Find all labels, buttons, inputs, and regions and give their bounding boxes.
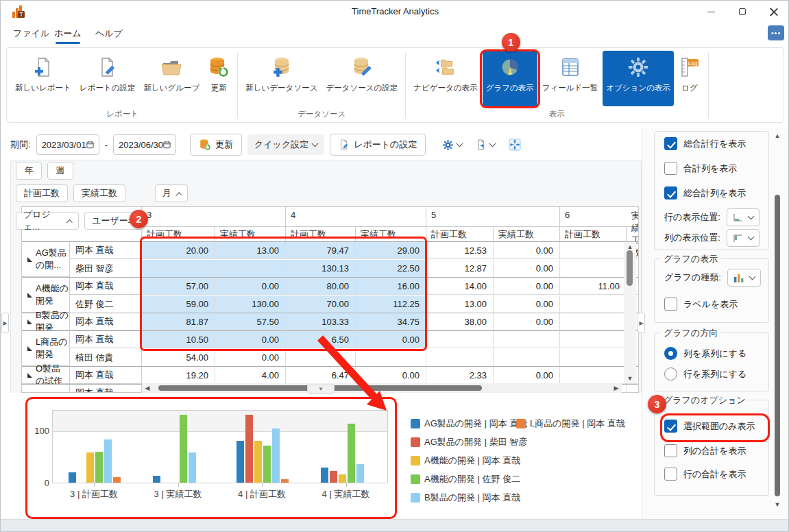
pivot-column-header[interactable]: 実績工数 (215, 227, 286, 242)
checkbox-checked-icon[interactable] (664, 186, 677, 200)
pivot-row-group-header[interactable]: B製品の開発 (22, 313, 70, 330)
pivot-value-cell[interactable]: 16.00 (356, 277, 426, 295)
pivot-value-cell[interactable]: 0.00 (494, 295, 560, 313)
chart-bar[interactable] (330, 471, 337, 483)
filter-chip-actual-hours[interactable]: 実績工数 (73, 184, 125, 202)
option-col-as-series[interactable]: 列を系列にする (664, 347, 746, 360)
chart-bar[interactable] (263, 446, 271, 483)
pivot-column-header[interactable]: 計画工数 (142, 227, 215, 242)
legend-item[interactable]: AG製品の開発 | 柴田 智彦 (411, 436, 527, 448)
collapse-triangle-icon[interactable] (27, 373, 32, 378)
option-grand-total-row[interactable]: 総合計行を表示 (664, 137, 746, 150)
pivot-user-cell[interactable]: 柴田 智彦 (70, 260, 142, 278)
collapse-triangle-icon[interactable] (27, 319, 32, 324)
legend-item[interactable]: AG製品の開発 | 岡本 直哉 (411, 418, 527, 430)
pivot-value-cell[interactable] (627, 384, 639, 393)
pivot-value-cell[interactable]: 0.00 (494, 241, 560, 259)
pivot-value-cell[interactable]: 54.00 (142, 349, 215, 367)
pivot-value-cell[interactable]: 4.00 (215, 366, 286, 384)
options-display-button[interactable]: オプションの表示 (603, 51, 674, 106)
legend-item[interactable]: L商品の開発 | 岡本 直哉 (516, 418, 625, 430)
row-position-dropdown[interactable] (727, 208, 760, 226)
settings-dropdown[interactable] (438, 134, 466, 155)
checkbox-unchecked-icon[interactable] (664, 444, 677, 457)
pivot-value-cell[interactable]: 20.00 (142, 241, 215, 259)
pivot-column-header[interactable]: 実績工数 (627, 227, 639, 242)
date-to-input[interactable]: 2023/06/30 (113, 134, 176, 155)
chart-bar[interactable] (104, 439, 112, 483)
pivot-user-cell[interactable]: 岡本 直哉 (70, 277, 142, 295)
pivot-value-cell[interactable]: 112.25 (356, 295, 426, 313)
pivot-value-cell[interactable]: 19.20 (142, 366, 215, 384)
panel-scrollbar[interactable]: ▲ ▼ (773, 132, 781, 513)
pivot-value-cell[interactable]: 80.00 (286, 277, 356, 295)
grid-horizontal-scrollbar[interactable]: ◀ ▶ (142, 383, 622, 393)
grid-collapse-tab[interactable]: ▼ (307, 385, 335, 394)
pivot-value-cell[interactable] (560, 295, 627, 313)
pivot-value-cell[interactable]: 0.00 (215, 277, 286, 295)
chart-bar[interactable] (321, 468, 328, 483)
pivot-value-cell[interactable]: 130.00 (215, 295, 286, 313)
chart-bar[interactable] (153, 476, 160, 483)
pivot-value-cell[interactable]: 11.00 (560, 277, 627, 295)
new-datasource-button[interactable]: 新しいデータソース (242, 51, 321, 106)
log-button[interactable]: Log ログ (675, 51, 704, 106)
pivot-value-cell[interactable] (560, 349, 627, 367)
maximize-button[interactable] (727, 1, 758, 23)
pivot-row-group-header[interactable]: O製品の試作 (22, 366, 70, 384)
col-position-dropdown[interactable] (727, 229, 760, 247)
menu-home[interactable]: ホーム (50, 25, 86, 43)
checkbox-checked-icon[interactable] (664, 137, 677, 150)
chart-bar[interactable] (272, 428, 280, 483)
pivot-value-cell[interactable]: 13.00 (426, 295, 494, 313)
checkbox-checked-icon[interactable] (664, 420, 677, 433)
pivot-column-group-header[interactable]: 5 (426, 207, 560, 227)
scroll-right-icon[interactable]: ▶ (611, 383, 622, 393)
pivot-value-cell[interactable]: 0.00 (494, 313, 560, 330)
pivot-value-cell[interactable]: 0.00 (215, 349, 286, 367)
option-col-totals[interactable]: 列の合計を表示 (664, 444, 746, 457)
navigator-display-button[interactable]: ナビゲータの表示 (410, 51, 481, 106)
pivot-value-cell[interactable]: 34.75 (356, 313, 426, 330)
minimize-button[interactable] (695, 1, 727, 23)
grid-vertical-scrollbar[interactable]: ▲ ▼ (624, 242, 636, 383)
pivot-value-cell[interactable] (560, 313, 627, 330)
radio-unselected-icon[interactable] (664, 367, 677, 380)
checkbox-unchecked-icon[interactable] (664, 298, 677, 311)
chart-bar[interactable] (189, 452, 196, 483)
pivot-value-cell[interactable] (356, 349, 426, 367)
pivot-column-header[interactable]: 実績工数 (356, 227, 426, 242)
pivot-value-cell[interactable]: 6.47 (286, 366, 356, 384)
pivot-user-cell[interactable]: 佐野 俊二 (70, 295, 142, 313)
pivot-column-header[interactable]: 計画工数 (286, 227, 356, 242)
pivot-value-cell[interactable]: 0.00 (494, 366, 560, 384)
menu-file[interactable]: ファイル (9, 25, 53, 43)
filter-chip-planned-hours[interactable]: 計画工数 (16, 184, 68, 202)
pivot-value-cell[interactable]: 10.50 (142, 330, 215, 348)
pivot-value-cell[interactable]: 70.00 (286, 295, 356, 313)
pivot-user-cell[interactable]: 岡本 直哉 (70, 330, 142, 348)
chart-display-button[interactable]: グラフの表示 (483, 51, 537, 106)
chart-bar[interactable] (245, 415, 253, 483)
chart-type-dropdown[interactable] (727, 269, 761, 287)
feedback-button[interactable]: ••• (768, 25, 784, 40)
pivot-value-cell[interactable]: 14.00 (426, 277, 494, 295)
pivot-column-group-header[interactable]: 3 (142, 207, 286, 227)
pivot-value-cell[interactable]: 103.33 (286, 313, 356, 330)
pivot-value-cell[interactable] (560, 366, 627, 384)
pivot-value-cell[interactable] (560, 330, 627, 348)
chart-bar[interactable] (86, 452, 94, 483)
option-grand-total-col[interactable]: 総合計列を表示 (664, 186, 746, 200)
ribbon-refresh-button[interactable]: 更新 (204, 51, 233, 106)
option-row-totals[interactable]: 行の合計を表示 (664, 468, 746, 481)
pivot-user-cell[interactable]: 岡本 直哉 (70, 384, 142, 393)
pivot-value-cell[interactable]: 130.13 (286, 260, 356, 278)
pivot-value-cell[interactable] (560, 260, 627, 278)
filter-chip-year[interactable]: 年 (16, 162, 42, 180)
pivot-value-cell[interactable]: 57.50 (215, 313, 286, 330)
pivot-column-group-header[interactable]: 4 (286, 207, 426, 227)
option-selection-only[interactable]: 選択範囲のみ表示 (664, 420, 755, 433)
field-list-button[interactable]: フィールド一覧 (539, 51, 602, 106)
date-from-input[interactable]: 2023/03/01 (36, 134, 99, 155)
report-settings-toolbar-button[interactable]: レポートの設定 (330, 134, 426, 156)
